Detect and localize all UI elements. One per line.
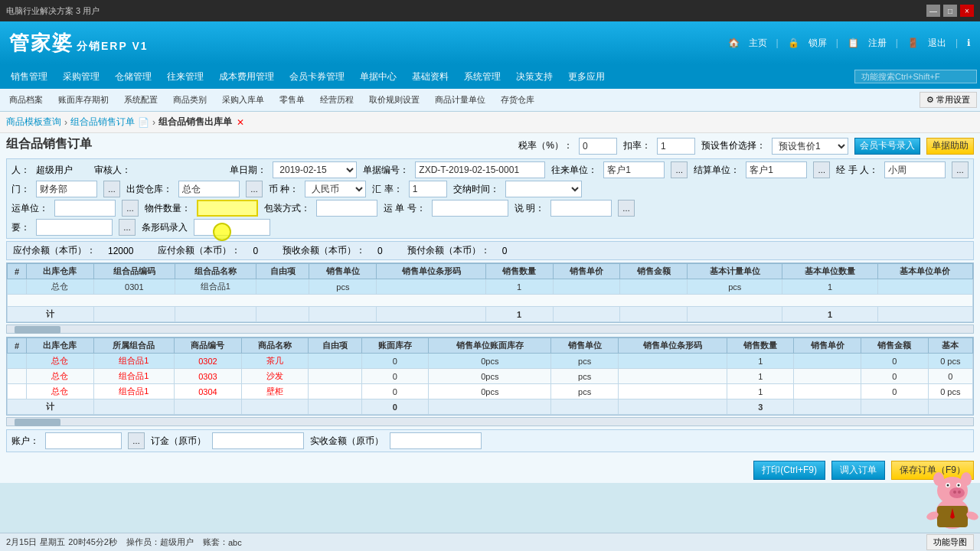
parts-count-input[interactable]	[197, 200, 258, 217]
insert-order-button[interactable]: 调入订单	[831, 461, 885, 480]
table-row[interactable]: 总仓 0301 组合品1 pcs 1 pcs 1	[8, 279, 973, 295]
svg-point-2	[949, 487, 965, 498]
bottom-table-row[interactable]: 总仓 组合品1 0302 茶几 0 0pcs pcs 1 0 0 pcs	[8, 354, 973, 369]
nav-more[interactable]: 更多应用	[560, 67, 612, 86]
function-map-button[interactable]: 功能导图	[926, 534, 974, 550]
currency-select[interactable]: 人民币	[305, 181, 366, 197]
packing-input[interactable]	[316, 200, 377, 217]
bcol-unit: 销售单位	[551, 338, 619, 354]
help-button[interactable]: 单据助助	[926, 138, 974, 155]
nav-member[interactable]: 会员卡券管理	[282, 67, 352, 86]
bottom-scrollbar-thumb[interactable]	[15, 419, 60, 426]
col-sales-qty: 销售数量	[485, 264, 553, 279]
account-label: 账户：	[11, 435, 39, 448]
subnav-system-config[interactable]: 系统配置	[118, 92, 164, 108]
require-input[interactable]	[36, 219, 113, 236]
home-label[interactable]: 主页	[749, 37, 767, 50]
bottom-table-row[interactable]: 总仓 组合品1 0303 沙发 0 0pcs pcs 1 0 0	[8, 369, 973, 384]
form-section-1: 人： 超级用户 审核人： 单日期： 2019-02-15 单据编号： 往来单位：…	[6, 158, 974, 239]
nav-purchase[interactable]: 采购管理	[55, 67, 107, 86]
trading-time-select[interactable]	[505, 181, 582, 197]
order-num-label: 单据编号：	[363, 164, 409, 177]
shipping-no-input[interactable]	[432, 200, 508, 217]
bottom-table-row[interactable]: 总仓 组合品1 0304 壁柜 0 0pcs pcs 1 0 0 pcs	[8, 384, 973, 399]
logout-icon[interactable]: 🚪	[907, 37, 919, 48]
nav-relations[interactable]: 往来管理	[159, 67, 211, 86]
warehouse-select-button[interactable]: …	[246, 181, 263, 197]
maximize-button[interactable]: □	[943, 5, 957, 17]
nav-basics[interactable]: 基础资料	[404, 67, 456, 86]
to-unit-select-button[interactable]: …	[671, 161, 688, 178]
order-amount-label: 订金（原币）	[151, 435, 206, 448]
subnav-product-file[interactable]: 商品档案	[3, 92, 49, 108]
warehouse-input[interactable]	[178, 181, 240, 197]
actual-amount-input[interactable]	[390, 432, 482, 449]
shipping-unit-input[interactable]	[54, 200, 116, 217]
bcol-free: 自由项	[309, 338, 361, 354]
handler-select-button[interactable]: …	[952, 161, 969, 178]
lock-icon[interactable]: 🔒	[788, 37, 799, 48]
subnav-history[interactable]: 经营历程	[314, 92, 360, 108]
info-icon[interactable]: ℹ	[967, 37, 971, 48]
member-card-button[interactable]: 会员卡号录入	[854, 138, 920, 155]
discount-input[interactable]	[657, 138, 695, 155]
account-select-button[interactable]: …	[128, 432, 145, 449]
save-order-button[interactable]: 保存订单（F9）	[891, 461, 974, 480]
print-button[interactable]: 打印(Ctrl+F9)	[753, 461, 825, 480]
breadcrumb-combo-sales[interactable]: 组合品销售订单	[70, 116, 135, 129]
account-input[interactable]	[45, 432, 122, 449]
register-icon[interactable]: 📋	[848, 37, 859, 48]
register-label[interactable]: 注册	[868, 37, 887, 50]
breadcrumb-close[interactable]: ✕	[237, 117, 244, 128]
logout-label[interactable]: 退出	[928, 37, 946, 50]
to-unit-input[interactable]	[603, 161, 665, 178]
remark-select-button[interactable]: …	[618, 200, 635, 217]
main-table-scrollbar[interactable]	[6, 324, 974, 334]
nav-decision[interactable]: 决策支持	[508, 67, 560, 86]
nav-system[interactable]: 系统管理	[456, 67, 508, 86]
svg-point-3	[946, 483, 950, 487]
shipping-unit-select-button[interactable]: …	[122, 200, 139, 217]
scrollbar-thumb[interactable]	[15, 326, 60, 334]
settle-unit-input[interactable]	[746, 161, 807, 178]
bottom-table-scrollbar[interactable]	[6, 417, 974, 426]
nav-cost[interactable]: 成本费用管理	[211, 67, 282, 86]
exchange-rate-input[interactable]	[409, 181, 447, 197]
lock-label[interactable]: 锁屏	[808, 37, 827, 50]
svg-point-5	[956, 483, 961, 487]
nav-warehouse[interactable]: 仓储管理	[107, 67, 159, 86]
breadcrumb-template[interactable]: 商品模板查询	[6, 116, 61, 129]
tax-rate-input[interactable]	[579, 138, 617, 155]
settle-unit-select-button[interactable]: …	[813, 161, 830, 178]
handler-input[interactable]	[884, 161, 946, 178]
function-search-input[interactable]	[854, 70, 977, 83]
price-select[interactable]: 预设售价1	[772, 138, 848, 155]
barcode-input[interactable]	[194, 219, 270, 236]
subnav-product-category[interactable]: 商品类别	[167, 92, 213, 108]
status-time: 20时45分2秒	[68, 536, 117, 548]
nav-orders[interactable]: 单据中心	[352, 67, 404, 86]
dept-input[interactable]	[36, 181, 97, 197]
subnav-stock-warehouse[interactable]: 存货仓库	[495, 92, 541, 108]
exchange-label: 汇 率：	[372, 183, 402, 196]
packing-label: 包装方式：	[264, 202, 310, 215]
require-select-button[interactable]: …	[119, 219, 136, 236]
subnav-account-init[interactable]: 账面库存期初	[52, 92, 115, 108]
minimize-button[interactable]: —	[926, 5, 940, 17]
nav-sales[interactable]: 销售管理	[3, 67, 55, 86]
close-button[interactable]: ×	[960, 5, 974, 17]
order-num-input[interactable]	[415, 161, 545, 178]
col-free: 自由项	[256, 264, 309, 279]
subnav-price-rules[interactable]: 取价规则设置	[363, 92, 426, 108]
subnav-purchase-in[interactable]: 采购入库单	[216, 92, 270, 108]
dept-select-button[interactable]: …	[103, 181, 120, 197]
common-settings-button[interactable]: ⚙ 常用设置	[920, 92, 977, 108]
subnav-retail[interactable]: 零售单	[273, 92, 311, 108]
remark-input[interactable]	[550, 200, 612, 217]
date-select[interactable]: 2019-02-15	[273, 161, 357, 178]
home-icon[interactable]: 🏠	[728, 37, 740, 48]
breadcrumb-combo-out: 组合品销售出库单	[158, 116, 232, 129]
discount-label: 扣率：	[623, 139, 651, 152]
subnav-measure-unit[interactable]: 商品计量单位	[429, 92, 492, 108]
order-amount-input[interactable]	[212, 432, 304, 449]
